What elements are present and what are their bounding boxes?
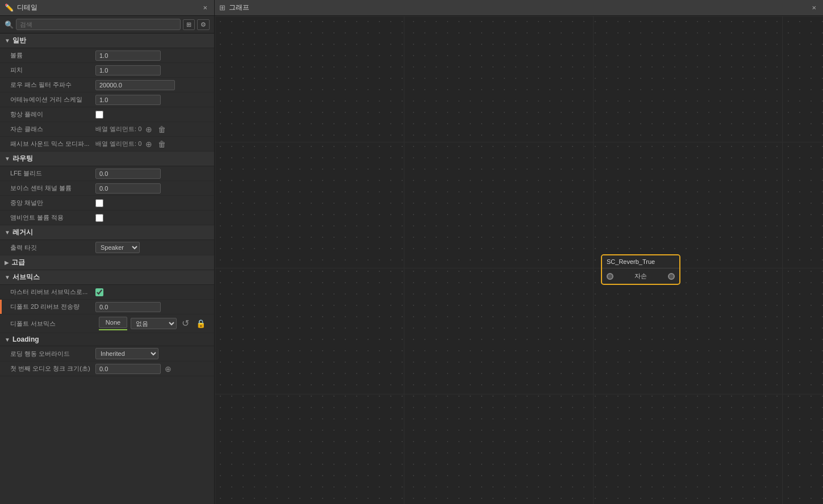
prop-child-class: 자손 클래스 배열 엘리먼트: 0 ⊕ 🗑 (0, 122, 214, 137)
lfe-bleed-input[interactable] (95, 169, 161, 179)
prop-value-output-target: Speaker None Controller (95, 242, 207, 253)
passive-mix-add-button[interactable]: ⊕ (144, 140, 154, 149)
prop-value-attenuation (95, 95, 207, 105)
settings-button[interactable]: ⚙ (197, 19, 210, 30)
loading-behavior-select[interactable]: Inherited None LoadOnDemand (95, 348, 158, 359)
search-bar: 🔍 ⊞ ⚙ (0, 16, 214, 33)
section-title-advanced: 고급 (11, 258, 25, 267)
prop-label-audio-chunk: 첫 번째 오디오 청크 크기(초) (10, 364, 95, 373)
prop-voice-center: 보이스 센터 채널 볼륨 (0, 181, 214, 196)
prop-label-attenuation: 어테뉴에이션 거리 스케일 (10, 95, 95, 104)
prop-value-child-class: 배열 엘리먼트: 0 ⊕ 🗑 (95, 125, 207, 134)
prop-label-default-submix: 디폴트 서브믹스 (10, 320, 95, 328)
routing-arrow-icon: ▼ (5, 156, 10, 162)
lowpass-input[interactable] (95, 80, 175, 90)
prop-value-pitch (95, 65, 207, 75)
prop-value-always-play (95, 111, 207, 119)
always-play-checkbox[interactable] (95, 111, 103, 119)
node-body: 자손 (602, 268, 679, 284)
prop-label-ambient-volume: 앰비언트 볼륨 적용 (10, 213, 95, 222)
prop-label-loading-behavior: 로딩 행동 오버라이드 (10, 350, 95, 358)
search-input[interactable] (16, 19, 181, 30)
prop-value-master-reverb (95, 288, 207, 296)
submix-reset-button[interactable]: ↺ (180, 318, 191, 329)
prop-value-lfe-bleed (95, 169, 207, 179)
section-title-loading: Loading (12, 335, 39, 343)
graph-node-sc-reverb[interactable]: SC_Reverb_True 자손 (601, 254, 680, 285)
none-button[interactable]: None (99, 317, 127, 328)
master-reverb-checkbox[interactable] (95, 288, 103, 296)
prop-ambient-volume: 앰비언트 볼륨 적용 (0, 211, 214, 225)
left-panel: ✏️ 디테일 × 🔍 ⊞ ⚙ ▼ 일반 볼륨 피치 로 (0, 0, 215, 504)
titlebar-left: ✏️ 디테일 (5, 3, 37, 12)
node-output-port[interactable] (668, 273, 675, 280)
prop-value-audio-chunk: ⊕ (95, 364, 207, 374)
child-class-delete-button[interactable]: 🗑 (156, 125, 168, 134)
graph-icon: ⊞ (219, 3, 225, 12)
passive-mix-delete-button[interactable]: 🗑 (156, 140, 168, 149)
output-target-select[interactable]: Speaker None Controller (95, 242, 140, 253)
section-title-routing: 라우팅 (12, 154, 33, 163)
section-header-general[interactable]: ▼ 일반 (0, 33, 214, 48)
audio-chunk-input[interactable] (95, 364, 161, 374)
prop-lowpass: 로우 패스 필터 주파수 (0, 78, 214, 93)
submix-select[interactable]: 없음 (131, 318, 177, 329)
prop-label-center-channel: 중앙 채널만 (10, 199, 95, 207)
panel-content: ▼ 일반 볼륨 피치 로우 패스 필터 주파수 어테뉴에이션 거리 스케일 (0, 33, 214, 504)
section-header-legacy[interactable]: ▼ 레거시 (0, 225, 214, 240)
audio-chunk-add-button[interactable]: ⊕ (163, 364, 173, 373)
graph-titlebar: ⊞ 그래프 × (215, 0, 823, 16)
default-reverb-input[interactable] (95, 302, 161, 312)
submix-lock-button[interactable]: 🔒 (194, 319, 207, 328)
section-header-advanced[interactable]: ▶ 고급 (0, 255, 214, 270)
pitch-input[interactable] (95, 65, 161, 75)
general-arrow-icon: ▼ (5, 37, 10, 44)
none-btn-bar (99, 329, 127, 330)
submix-arrow-icon: ▼ (5, 274, 10, 280)
grid-view-button[interactable]: ⊞ (183, 19, 195, 30)
none-btn-wrapper: None (99, 317, 127, 330)
voice-center-input[interactable] (95, 183, 161, 194)
prop-pitch: 피치 (0, 63, 214, 78)
prop-value-default-reverb (95, 302, 207, 312)
node-port-label: 자손 (634, 272, 647, 280)
prop-center-channel: 중앙 채널만 (0, 196, 214, 211)
panel-icon: ✏️ (5, 3, 14, 12)
prop-label-output-target: 출력 타깃 (10, 243, 95, 252)
prop-label-pitch: 피치 (10, 66, 95, 74)
node-input-port[interactable] (607, 273, 613, 280)
section-title-submix: 서브믹스 (12, 272, 40, 282)
warning-indicator (0, 300, 2, 314)
section-header-submix[interactable]: ▼ 서브믹스 (0, 270, 214, 285)
prop-label-lowpass: 로우 패스 필터 주파수 (10, 81, 95, 89)
search-icon: 🔍 (5, 20, 14, 29)
attenuation-input[interactable] (95, 95, 161, 105)
section-header-loading[interactable]: ▼ Loading (0, 333, 214, 346)
section-title-general: 일반 (12, 36, 26, 45)
prop-default-reverb: 디폴트 2D 리버브 전송량 (0, 300, 214, 314)
ambient-volume-checkbox[interactable] (95, 214, 103, 222)
graph-canvas[interactable]: SC_Reverb_True 자손 (215, 16, 823, 504)
node-title: SC_Reverb_True (607, 258, 655, 265)
detail-close-button[interactable]: × (200, 2, 210, 13)
prop-passive-mix: 패시브 사운드 믹스 모디파... 배열 엘리먼트: 0 ⊕ 🗑 (0, 137, 214, 152)
prop-value-lowpass (95, 80, 207, 90)
prop-label-lfe-bleed: LFE 블리드 (10, 169, 95, 178)
child-class-add-button[interactable]: ⊕ (144, 125, 154, 134)
prop-always-play: 항상 플레이 (0, 107, 214, 122)
right-panel: ⊞ 그래프 × SC_Reverb_True 자손 (215, 0, 823, 504)
section-header-routing[interactable]: ▼ 라우팅 (0, 152, 214, 166)
graph-titlebar-left: ⊞ 그래프 (219, 3, 249, 12)
graph-close-button[interactable]: × (809, 2, 818, 13)
volume-input[interactable] (95, 51, 161, 61)
prop-value-passive-mix: 배열 엘리먼트: 0 ⊕ 🗑 (95, 140, 207, 149)
prop-volume: 볼륨 (0, 48, 214, 63)
prop-default-submix: 디폴트 서브믹스 None 없음 ↺ 🔒 (0, 314, 214, 333)
prop-audio-chunk: 첫 번째 오디오 청크 크기(초) ⊕ (0, 362, 214, 376)
advanced-arrow-icon: ▶ (5, 259, 9, 266)
prop-value-ambient-volume (95, 214, 207, 222)
prop-label-voice-center: 보이스 센터 채널 볼륨 (10, 184, 95, 192)
passive-mix-badge: 배열 엘리먼트: 0 (95, 140, 141, 148)
center-channel-checkbox[interactable] (95, 199, 103, 207)
prop-loading-behavior: 로딩 행동 오버라이드 Inherited None LoadOnDemand (0, 346, 214, 362)
